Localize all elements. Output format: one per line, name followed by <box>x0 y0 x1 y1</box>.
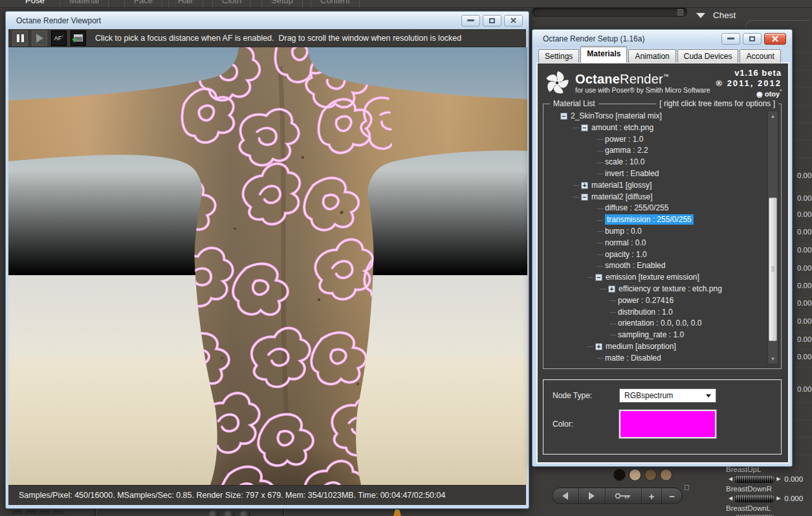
color-swatch-dark-tan[interactable] <box>660 469 672 481</box>
setup-tab-materials[interactable]: Materials <box>580 47 627 63</box>
render-canvas[interactable] <box>8 47 527 485</box>
dial-right-icon[interactable]: ▶ <box>776 477 780 482</box>
panel-resize-handle[interactable] <box>685 485 689 490</box>
minimize-button[interactable] <box>461 15 480 27</box>
tree-item-text[interactable]: efficiency or texture : etch.png <box>619 284 722 293</box>
node-type-dropdown[interactable]: RGBspectrum <box>619 388 716 403</box>
close-button[interactable] <box>764 33 786 45</box>
tree-item-text[interactable]: smooth : Enabled <box>605 261 665 270</box>
next-keyframe-button[interactable] <box>579 488 606 504</box>
tree-item-text[interactable]: distribution : 1.0 <box>618 308 673 317</box>
tree-item-2-skintorso[interactable]: −2_SkinTorso [material mix] <box>547 111 765 122</box>
chest-section-header[interactable]: Chest <box>696 10 736 20</box>
top-tab-material[interactable]: Material <box>60 0 109 7</box>
setup-tab-settings[interactable]: Settings <box>538 49 579 63</box>
collapse-icon[interactable]: − <box>581 124 588 131</box>
pause-render-button[interactable] <box>12 30 28 46</box>
tree-item-matte[interactable]: matte : Disabled <box>547 353 765 365</box>
top-tab-face[interactable]: Face <box>124 0 162 7</box>
collapse-icon[interactable]: − <box>581 194 588 201</box>
collapse-icon[interactable]: − <box>595 274 602 281</box>
tree-item-medium[interactable]: +medium [absorption] <box>547 341 765 353</box>
maximize-button[interactable] <box>483 15 501 27</box>
add-keyframe-button[interactable] <box>606 488 642 504</box>
tree-item-normal[interactable]: normal : 0.0 <box>547 238 765 249</box>
dial-right-icon[interactable]: ▶ <box>776 496 780 501</box>
scrollbar-thumb[interactable] <box>769 197 777 341</box>
tree-item-power[interactable]: power : 0.27416 <box>547 295 765 307</box>
expand-icon[interactable]: + <box>608 286 615 293</box>
camera-ball-control[interactable] <box>239 510 250 516</box>
tree-item-material1[interactable]: +material1 [glossy] <box>547 180 765 192</box>
tree-item-bump[interactable]: bump : 0.0 <box>547 226 765 238</box>
maximize-button[interactable] <box>743 33 762 45</box>
color-swatch-black[interactable] <box>613 469 626 481</box>
tree-item-power[interactable]: power : 1.0 <box>547 134 765 146</box>
tree-item-material2[interactable]: −material2 [diffuse] <box>547 192 765 203</box>
setup-tab-animation[interactable]: Animation <box>628 49 675 63</box>
tree-item-text[interactable]: power : 0.27416 <box>618 296 674 305</box>
tree-item-scale[interactable]: scale : 10.0 <box>547 157 765 168</box>
scroll-up-icon[interactable]: ▲ <box>768 111 778 121</box>
dial-breastdownl[interactable]: ◀▶ <box>691 513 812 516</box>
color-swatch[interactable] <box>619 410 716 438</box>
top-tab-content[interactable]: Content <box>311 0 360 7</box>
tree-item-diffuse[interactable]: diffuse : 255/0/255 <box>547 203 765 214</box>
top-tab-hair[interactable]: Hair <box>168 0 203 7</box>
camera-ball-control[interactable] <box>224 510 235 516</box>
dial-left-icon[interactable]: ◀ <box>729 496 732 501</box>
camera-ball-control[interactable] <box>208 510 219 516</box>
tree-item-text[interactable]: transmission : 255/0/255 <box>605 214 694 225</box>
dial-wheel[interactable] <box>734 495 774 502</box>
tree-item-text[interactable]: power : 1.0 <box>605 135 643 144</box>
tree-item-amount[interactable]: −amount : etch.png <box>547 122 765 134</box>
autofocus-button[interactable]: AF↑ <box>51 30 67 46</box>
dial-breastdownr[interactable]: ◀▶0.000 <box>691 493 812 504</box>
tree-item-text[interactable]: sampling_rate : 1.0 <box>618 330 684 339</box>
close-button[interactable] <box>504 15 523 27</box>
tree-item-orientation[interactable]: orientation : 0.0, 0.0, 0.0 <box>547 318 765 330</box>
collapse-icon[interactable]: − <box>560 113 567 120</box>
tree-item-text[interactable]: amount : etch.png <box>591 123 653 132</box>
setup-titlebar[interactable]: Octane Render Setup (1.16a) <box>532 30 792 47</box>
tree-item-smooth[interactable]: smooth : Enabled <box>547 260 765 272</box>
dial-left-icon[interactable]: ◀ <box>729 477 732 482</box>
tree-item-opacity[interactable]: opacity : 1.0 <box>547 249 765 261</box>
tree-item-text[interactable]: invert : Enabled <box>605 169 659 178</box>
tree-item-emission[interactable]: −emission [texture emission] <box>547 272 765 284</box>
tree-item-text[interactable]: material2 [diffuse] <box>591 192 653 201</box>
tree-item-text[interactable]: opacity : 1.0 <box>605 250 647 259</box>
expand-icon[interactable]: + <box>595 343 602 350</box>
top-tab-setup[interactable]: Setup <box>261 0 303 7</box>
tree-item-text[interactable]: diffuse : 255/0/255 <box>605 203 669 212</box>
dial-wheel[interactable] <box>734 476 774 483</box>
tree-scrollbar[interactable]: ▲ ▼ <box>767 111 778 365</box>
remove-frame-button[interactable]: − <box>662 488 682 504</box>
timeline-playhead[interactable] <box>393 510 401 516</box>
resume-render-button[interactable] <box>32 30 47 46</box>
dial-breastupl[interactable]: ◀▶0.000 <box>691 474 812 484</box>
tree-item-text[interactable]: gamma : 2.2 <box>605 146 648 155</box>
tree-item-text[interactable]: bump : 0.0 <box>605 227 642 236</box>
previous-keyframe-button[interactable] <box>553 488 579 504</box>
color-swatch-brown[interactable] <box>644 469 657 481</box>
tree-item-text[interactable]: medium [absorption] <box>606 342 676 351</box>
tree-item-text[interactable]: normal : 0.0 <box>605 238 646 247</box>
expand-icon[interactable]: + <box>581 182 588 189</box>
top-tab-pose[interactable]: Pose <box>16 0 54 7</box>
tree-item-invert[interactable]: invert : Enabled <box>547 168 765 180</box>
color-swatch-tan[interactable] <box>629 469 641 481</box>
top-tab-cloth[interactable]: Cloth <box>212 0 251 7</box>
tree-item-text[interactable]: material1 [glossy] <box>591 181 652 190</box>
save-image-button[interactable] <box>71 30 86 46</box>
setup-tab-account[interactable]: Account <box>740 49 780 63</box>
tree-item-text[interactable]: orientation : 0.0, 0.0, 0.0 <box>618 319 701 328</box>
tree-item-gamma[interactable]: gamma : 2.2 <box>547 145 765 157</box>
groove-knob[interactable] <box>677 9 683 16</box>
tree-item-text[interactable]: emission [texture emission] <box>606 273 699 282</box>
tree-item-text[interactable]: matte : Disabled <box>605 353 661 363</box>
tree-item-transmission[interactable]: transmission : 255/0/255 <box>547 214 765 226</box>
add-frame-button[interactable]: + <box>642 488 662 504</box>
tree-item-text[interactable]: scale : 10.0 <box>605 157 644 166</box>
tree-item-text[interactable]: 2_SkinTorso [material mix] <box>571 111 662 120</box>
